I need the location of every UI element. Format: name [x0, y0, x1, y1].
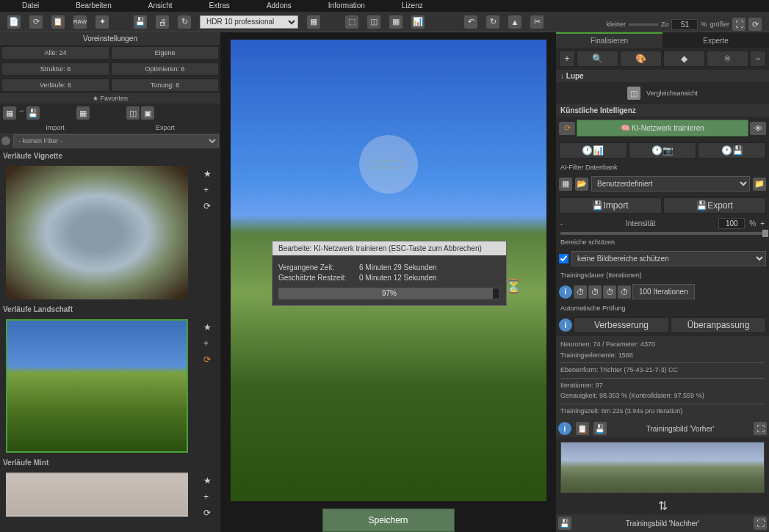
export-label[interactable]: Export [110, 123, 220, 133]
info-icon[interactable]: i [559, 285, 572, 299]
plus-icon[interactable]: + [203, 492, 212, 502]
grid-icon[interactable]: ▦ [389, 15, 402, 29]
favorites-row[interactable]: ★ Favoriten [0, 93, 220, 103]
info3-icon[interactable]: i [558, 422, 571, 435]
btn-gradients[interactable]: Verläufe: 6 [1, 79, 109, 92]
plus-label[interactable]: + [760, 219, 765, 227]
compare-icon[interactable]: ◫ [367, 15, 380, 29]
btn-toning[interactable]: Tonung: 6 [111, 79, 219, 92]
db-grid-icon[interactable]: ▦ [559, 178, 572, 191]
db-select[interactable]: Benutzerdefiniert [591, 176, 750, 192]
layers-icon[interactable]: ▦ [307, 15, 320, 29]
clock-chart-btn[interactable]: 🕐📊 [559, 142, 627, 158]
preset-item-vignette[interactable]: ★ + ⟳ [0, 163, 220, 302]
clock-save-btn[interactable]: 🕐💾 [698, 142, 766, 158]
zoom-larger-label[interactable]: größer [710, 21, 729, 28]
db-import-btn[interactable]: 💾 Import [559, 197, 662, 214]
tab-experte[interactable]: Experte [663, 32, 769, 48]
grid-view-icon[interactable]: ▦ [3, 106, 16, 120]
menu-bearbeiten[interactable]: Bearbeiten [76, 1, 111, 10]
info2-icon[interactable]: i [559, 318, 572, 332]
save4-icon[interactable]: 💾 [558, 517, 571, 530]
panel2-icon[interactable]: ▣ [141, 106, 154, 120]
star-icon[interactable]: ★ [203, 322, 212, 332]
menu-extras[interactable]: Extras [209, 1, 230, 10]
fit-icon[interactable]: ⛶ [732, 18, 745, 31]
improve-button[interactable]: Verbesserung [574, 317, 669, 333]
menu-addons[interactable]: Addons [267, 1, 292, 10]
training-image-before[interactable] [560, 442, 765, 493]
protect-checkbox[interactable] [559, 254, 568, 263]
zoom-slider[interactable] [629, 23, 658, 26]
crop-icon[interactable]: ⬚ [345, 15, 358, 29]
refresh-preset-icon[interactable]: ⟳ [203, 354, 212, 365]
ki-eye-icon[interactable]: 👁 [750, 122, 766, 135]
swap-icon[interactable]: ⇅ [556, 498, 769, 514]
panel-icon[interactable]: ◫ [126, 106, 140, 120]
preset-item-mint[interactable]: ★ + ⟳ [0, 470, 220, 520]
plus-icon[interactable]: + [203, 185, 212, 195]
intensity-value[interactable]: 100 [718, 218, 745, 229]
btn-optimize[interactable]: Optimieren: 6 [111, 62, 219, 76]
color-wheel-button[interactable]: 🎨 [620, 51, 662, 67]
crop2-icon[interactable]: ✂ [530, 15, 544, 29]
clock-cam-btn[interactable]: 🕐📷 [629, 142, 697, 158]
intensity-slider[interactable] [560, 232, 765, 235]
zoom-smaller-label[interactable]: kleiner [606, 21, 626, 28]
zoom-value[interactable]: 51 [671, 19, 698, 30]
refresh-icon[interactable]: ⟳ [748, 18, 762, 31]
redo2-icon[interactable]: ↻ [486, 15, 499, 29]
mirror-icon[interactable]: ▲ [508, 15, 521, 29]
redo-icon[interactable]: ↻ [178, 15, 191, 29]
menu-information[interactable]: Information [328, 1, 365, 10]
db-export-btn[interactable]: 💾 Export [663, 197, 766, 214]
clipboard-icon[interactable]: 📋 [576, 422, 589, 435]
histogram-icon[interactable]: 📊 [411, 15, 425, 29]
grid2-icon[interactable]: ▦ [76, 106, 90, 120]
star-icon[interactable]: ★ [203, 475, 212, 486]
print-icon[interactable]: 🖨 [156, 15, 169, 29]
compare-icon[interactable]: ◫ [627, 87, 640, 100]
btn-own[interactable]: Eigene [111, 46, 219, 59]
save2-icon[interactable]: 💾 [26, 106, 40, 120]
minus-button[interactable]: − [750, 51, 766, 67]
tab-finalisieren[interactable]: Finalisieren [556, 32, 663, 48]
btn-structure[interactable]: Struktur: 6 [1, 62, 109, 76]
star-icon[interactable]: ★ [203, 169, 212, 179]
timer1-icon[interactable]: ⏱ [574, 285, 587, 299]
preset-select[interactable]: HDR 10 professional [200, 15, 298, 29]
copy-icon[interactable]: 📋 [51, 15, 65, 29]
import-label[interactable]: Import [0, 123, 110, 133]
undo2-icon[interactable]: ↶ [464, 15, 477, 29]
menu-ansicht[interactable]: Ansicht [148, 1, 173, 10]
preset-item-landscape[interactable]: ★ + ⟳ [0, 316, 220, 456]
ki-refresh-icon[interactable]: ⟳ [559, 122, 575, 135]
search-button[interactable]: 🔍 [577, 51, 618, 67]
filter-dot-icon[interactable] [1, 136, 10, 145]
preset-list[interactable]: Verläufe Vignette ★ + ⟳ Verläufe Landsch… [0, 149, 220, 532]
save-button[interactable]: Speichern [322, 509, 455, 532]
reload-icon[interactable]: ⟳ [29, 15, 43, 29]
network-button[interactable]: ⚛ [707, 51, 748, 67]
folder-icon[interactable]: 📁 [753, 178, 766, 191]
overfit-button[interactable]: Überanpassung [671, 317, 766, 333]
save3-icon[interactable]: 💾 [593, 422, 607, 435]
protect-select[interactable]: keine Bildbereiche schützen [571, 251, 766, 266]
timer3-icon[interactable]: ⏱ [603, 285, 616, 299]
expand2-icon[interactable]: ⛶ [754, 517, 767, 530]
timer4-icon[interactable]: ⏱ [618, 285, 631, 299]
raw-icon[interactable]: RAW [73, 15, 87, 29]
add-button[interactable]: + [559, 51, 575, 67]
preset-thumb-3[interactable] [6, 473, 188, 517]
settings-icon[interactable]: ✦ [95, 15, 109, 29]
db-open-icon[interactable]: 📂 [575, 178, 588, 191]
refresh-preset-icon[interactable]: ⟳ [203, 508, 212, 518]
refresh-preset-icon[interactable]: ⟳ [203, 201, 212, 211]
filter-select[interactable]: - keinen Filter - [13, 134, 219, 147]
save-icon[interactable]: 💾 [134, 15, 147, 29]
timer2-icon[interactable]: ⏱ [588, 285, 602, 299]
btn-all[interactable]: Alle: 24 [1, 46, 109, 59]
menu-lizenz[interactable]: Lizenz [402, 1, 423, 10]
ki-train-button[interactable]: 🧠 KI-Netzwerk trainieren [577, 120, 748, 136]
new-icon[interactable]: 📄 [7, 15, 21, 29]
